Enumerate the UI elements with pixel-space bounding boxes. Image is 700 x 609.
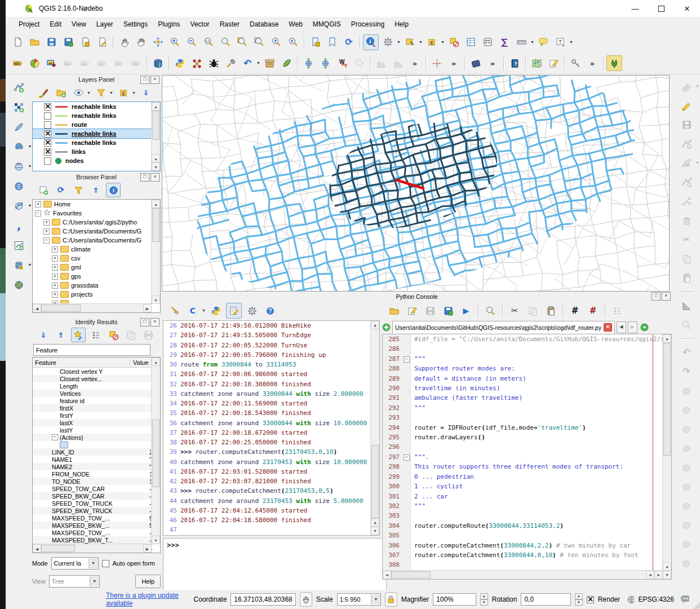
tree-expander-icon[interactable]: + — [52, 283, 58, 289]
view-combo[interactable]: Tree▼ — [49, 575, 100, 588]
rotation-spinner[interactable]: ▲▼ — [575, 593, 583, 606]
browser-item[interactable]: +Home — [33, 200, 160, 209]
expand-tree-button[interactable]: ⇓ — [36, 328, 51, 342]
editor-vscrollbar[interactable]: ▲ ▲▼ — [662, 334, 671, 579]
identify-row[interactable]: LINK_ID23170 — [33, 448, 160, 456]
add-wms-layer-button[interactable] — [11, 178, 27, 194]
tree-expander-icon[interactable]: + — [52, 292, 58, 298]
menu-help[interactable]: Help — [389, 18, 414, 30]
zoom-last-button[interactable] — [268, 34, 284, 50]
metasearch-button[interactable] — [317, 55, 333, 71]
resize-grip[interactable] — [693, 601, 700, 609]
open-file-button[interactable] — [386, 303, 402, 319]
lock-keys-tool-button[interactable] — [568, 55, 583, 71]
filter-by-expression-button[interactable]: ε▼ — [116, 85, 131, 100]
qgis-resources-button[interactable] — [278, 55, 294, 71]
run-script-button[interactable]: ▶ — [458, 303, 474, 319]
browser-hscrollbar[interactable]: ◀▶ — [33, 303, 152, 312]
import-class-button[interactable]: C▼ — [185, 303, 201, 319]
add-vector-layer-button[interactable] — [11, 80, 27, 95]
coordinate-input[interactable]: 16.37103,48.20368 — [231, 593, 295, 606]
identify-row[interactable]: lastY48.20 — [33, 426, 160, 434]
editor-hscrollbar[interactable]: ◀ ◀▶ — [383, 570, 663, 579]
column-feature[interactable]: Feature — [33, 359, 130, 366]
zoom-full-button[interactable] — [218, 34, 233, 50]
tree-expander-icon[interactable]: + — [52, 255, 58, 262]
layer-checkbox[interactable] — [44, 148, 51, 156]
filter-legend-dropdown-icon[interactable]: ▼ — [109, 91, 113, 95]
plugin-update-link[interactable]: There is a plugin update available — [106, 592, 190, 607]
overflow-raster-button[interactable]: » — [407, 55, 423, 71]
zoom-to-layer-button[interactable] — [251, 34, 267, 50]
fold-icon[interactable]: − — [404, 454, 410, 461]
plugin-bug-button[interactable] — [206, 55, 221, 71]
zoom-native-button[interactable]: 1:1 — [201, 34, 216, 50]
browser-item[interactable]: +grassdata — [33, 281, 160, 290]
identify-features-button[interactable]: i — [363, 34, 379, 50]
help-contents-button[interactable]: ? — [507, 55, 522, 71]
current-edits-dropdown-icon[interactable]: ▼ — [695, 84, 699, 88]
zoom-out-button[interactable] — [184, 34, 200, 50]
open-project-button[interactable] — [26, 34, 42, 50]
field-calculator-button[interactable] — [480, 34, 495, 50]
tree-expander-icon[interactable]: + — [52, 264, 58, 271]
float-panel-icon[interactable]: □ — [140, 76, 149, 84]
menu-edit[interactable]: Edit — [45, 18, 67, 30]
undo-blue-dropdown-icon[interactable]: ▼ — [256, 61, 260, 65]
identify-row[interactable]: SPEED_TOW_TRUCK-1 — [33, 500, 160, 507]
open-layer-styling-button[interactable] — [36, 85, 51, 100]
identify-row[interactable]: View f — [33, 441, 160, 448]
select-features-button[interactable]: ▼ — [402, 34, 418, 50]
console-log[interactable]: 262016-07-17 21:49:50.012000 BikeHike272… — [163, 320, 380, 536]
browser-item[interactable]: +gps — [33, 272, 160, 281]
georeferencer-crosshair-button[interactable] — [429, 55, 445, 71]
tree-expander-icon[interactable]: − — [35, 210, 41, 217]
cad-tools-button[interactable] — [679, 298, 694, 314]
log-messages-icon[interactable] — [680, 595, 690, 604]
browser-item[interactable]: −C:/Users/anita/Documents/G — [33, 236, 160, 245]
menu-raster[interactable]: Raster — [215, 18, 245, 30]
refresh-map-button[interactable]: ⟳ — [341, 34, 357, 50]
browser-item[interactable]: +gml — [33, 263, 160, 272]
sketch-notes-button[interactable] — [546, 55, 561, 71]
save-project-as-button[interactable] — [60, 34, 76, 50]
expand-all-button[interactable]: ⇓ — [139, 85, 153, 100]
maximize-button[interactable] — [648, 0, 674, 17]
run-feature-action-button[interactable]: ▼ — [380, 34, 396, 50]
layer-checkbox[interactable] — [44, 139, 51, 147]
magnifier-input[interactable]: 100% — [433, 593, 476, 606]
map-canvas[interactable] — [162, 75, 670, 292]
add-postgis-layer-button[interactable]: ▼ — [11, 139, 27, 155]
manage-visibility-dropdown-icon[interactable]: ▼ — [87, 91, 91, 95]
result-options-button[interactable] — [88, 328, 103, 342]
identify-row[interactable]: Length155,2 — [33, 382, 160, 390]
run-feature-action-dropdown-icon[interactable]: ▼ — [397, 40, 401, 44]
layer-checkbox[interactable] — [44, 157, 51, 165]
show-editor-button[interactable] — [226, 303, 242, 319]
tree-expander-icon[interactable]: + — [52, 273, 58, 280]
new-project-button[interactable] — [10, 34, 25, 50]
close-button[interactable]: ✕ — [674, 0, 700, 17]
menu-view[interactable]: View — [67, 18, 91, 30]
overflow-crosshair-button[interactable]: » — [446, 55, 462, 71]
feature-form-icon[interactable] — [60, 442, 68, 448]
collapse-tree-button[interactable]: ⇑ — [54, 328, 68, 342]
render-checkbox[interactable] — [587, 596, 594, 603]
comment-code-button[interactable]: # — [567, 303, 583, 319]
db-manager-button[interactable] — [150, 55, 166, 71]
identify-row[interactable]: Vertices2 — [33, 390, 160, 397]
layer-item[interactable]: reachable links — [33, 129, 160, 138]
add-wfs-layer-button[interactable]: ▼ — [11, 198, 27, 214]
new-bookmark-button[interactable] — [307, 34, 323, 50]
add-group-button[interactable] — [54, 85, 68, 100]
tree-expander-icon[interactable]: − — [43, 237, 50, 244]
identify-row[interactable]: MAXSPEED_BKW_T...-1 — [33, 536, 160, 544]
tree-expander-icon[interactable]: + — [52, 246, 58, 253]
scale-combo[interactable]: 1:5 950▼ — [337, 593, 381, 606]
circular-string-dropdown-icon[interactable]: ▼ — [695, 161, 699, 165]
mode-combo[interactable]: Current la▼ — [51, 557, 99, 570]
magnifier-spinner[interactable]: ▲▼ — [480, 593, 488, 606]
identify-row[interactable]: SPEED_TOW_CAR-1 — [33, 485, 160, 492]
plugin-plug-button[interactable] — [606, 55, 622, 71]
tree-expander-icon[interactable]: + — [43, 228, 50, 235]
